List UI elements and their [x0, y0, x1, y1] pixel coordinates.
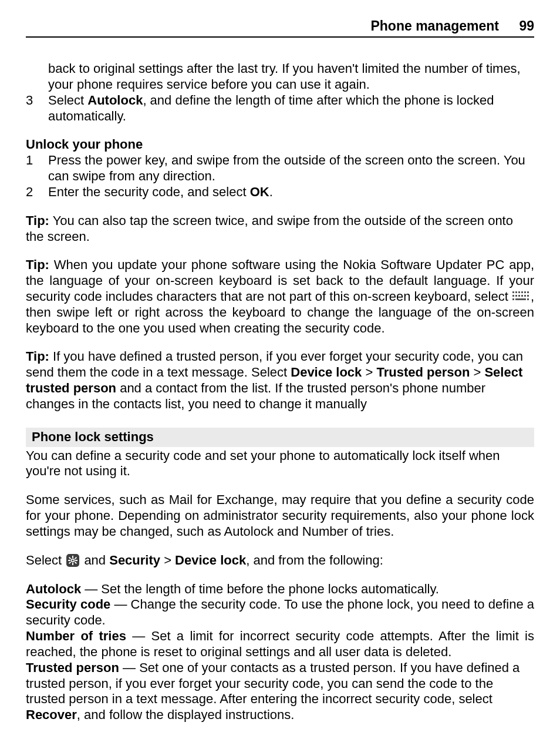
svg-point-17: [72, 559, 74, 561]
security-code-term: Security code: [26, 597, 110, 612]
tip-3-gt2: >: [470, 365, 484, 379]
step-3-body: Select Autolock, and define the length o…: [48, 93, 534, 125]
phone-lock-settings-heading: Phone lock settings: [26, 428, 534, 447]
svg-rect-20: [68, 560, 70, 561]
svg-rect-21: [75, 560, 77, 561]
tip-1-text: You can also tap the screen twice, and s…: [26, 213, 513, 244]
step-3-pre: Select: [48, 93, 87, 108]
select-e: , and from the following:: [246, 553, 383, 567]
svg-rect-4: [524, 291, 526, 293]
step-3: 3 Select Autolock, and define the length…: [26, 93, 534, 125]
unlock-step-2-number: 2: [26, 184, 48, 200]
tip-1-lead: Tip:: [26, 213, 49, 228]
svg-rect-0: [512, 291, 514, 293]
select-a: Select: [26, 553, 65, 567]
trusted-person-label: Trusted person: [376, 365, 470, 379]
svg-rect-12: [512, 298, 514, 300]
continued-item: back to original settings after the last…: [26, 61, 534, 93]
device-lock-label: Device lock: [291, 365, 362, 379]
svg-rect-14: [527, 298, 529, 300]
unlock-step-2: 2 Enter the security code, and select OK…: [26, 184, 534, 200]
svg-rect-13: [515, 298, 526, 300]
svg-rect-2: [518, 291, 520, 293]
continued-text: back to original settings after the last…: [48, 61, 534, 93]
tip-3: Tip: If you have defined a trusted perso…: [26, 349, 534, 412]
dash: —: [119, 660, 139, 675]
svg-rect-1: [515, 291, 517, 293]
recover-label: Recover: [26, 707, 77, 722]
header-section: Phone management: [370, 18, 499, 33]
number-of-tries-term: Number of tries: [26, 629, 126, 643]
svg-rect-9: [521, 295, 523, 297]
svg-rect-18: [72, 556, 73, 558]
svg-rect-19: [72, 563, 73, 565]
tip-2: Tip: When you update your phone software…: [26, 257, 534, 336]
select-b: and: [80, 553, 109, 567]
svg-rect-5: [527, 291, 529, 293]
tip-2-text-a: When you update your phone software usin…: [26, 257, 534, 304]
dash: —: [81, 582, 101, 596]
svg-rect-7: [515, 295, 517, 297]
unlock-step-2-post: .: [269, 184, 273, 199]
unlock-step-2-pre: Enter the security code, and select: [48, 184, 250, 199]
unlock-list: 1 Press the power key, and swipe from th…: [26, 153, 534, 200]
autolock-label: Autolock: [87, 93, 143, 108]
trusted-person-desc-2: , and follow the displayed instructions.: [77, 707, 295, 722]
svg-rect-3: [521, 291, 523, 293]
tip-3-gt1: >: [362, 365, 376, 379]
unlock-heading: Unlock your phone: [26, 137, 534, 153]
running-header: Phone management 99: [26, 18, 534, 38]
dash: —: [110, 597, 130, 612]
unlock-step-1-number: 1: [26, 153, 48, 169]
autolock-desc: Set the length of time before the phone …: [101, 582, 439, 596]
autolock-term: Autolock: [26, 582, 81, 596]
unlock-section: Unlock your phone 1 Press the power key,…: [26, 137, 534, 200]
svg-rect-11: [527, 295, 529, 297]
settings-icon: [66, 554, 79, 567]
phone-lock-p2: Some services, such as Mail for Exchange…: [26, 492, 534, 539]
tip-1: Tip: You can also tap the screen twice, …: [26, 213, 534, 245]
tip-2-lead: Tip:: [26, 257, 49, 272]
option-number-of-tries: Number of tries — Set a limit for incorr…: [26, 629, 534, 660]
unlock-step-1: 1 Press the power key, and swipe from th…: [26, 153, 534, 184]
step-3-number: 3: [26, 93, 48, 109]
svg-rect-6: [512, 295, 514, 297]
unlock-step-2-body: Enter the security code, and select OK.: [48, 184, 534, 200]
header-page-number: 99: [502, 18, 534, 33]
select-path: Select and Security > Device lock, and f…: [26, 553, 534, 569]
unlock-step-1-text: Press the power key, and swipe from the …: [48, 153, 534, 184]
option-autolock: Autolock — Set the length of time before…: [26, 582, 534, 597]
svg-rect-10: [524, 295, 526, 297]
select-gt: >: [160, 553, 175, 567]
trusted-person-term: Trusted person: [26, 660, 119, 675]
tip-3-lead: Tip:: [26, 349, 49, 364]
security-label: Security: [109, 553, 160, 567]
option-security-code: Security code — Change the security code…: [26, 597, 534, 629]
phone-lock-p1: You can define a security code and set y…: [26, 448, 534, 480]
svg-rect-8: [518, 295, 520, 297]
device-lock-label-2: Device lock: [175, 553, 246, 567]
option-trusted-person: Trusted person — Set one of your contact…: [26, 660, 534, 723]
page: Phone management 99 back to original set…: [0, 0, 560, 739]
ok-label: OK: [250, 184, 269, 199]
continued-list: back to original settings after the last…: [26, 61, 534, 124]
keyboard-icon: [512, 291, 530, 302]
dash: —: [126, 629, 151, 643]
